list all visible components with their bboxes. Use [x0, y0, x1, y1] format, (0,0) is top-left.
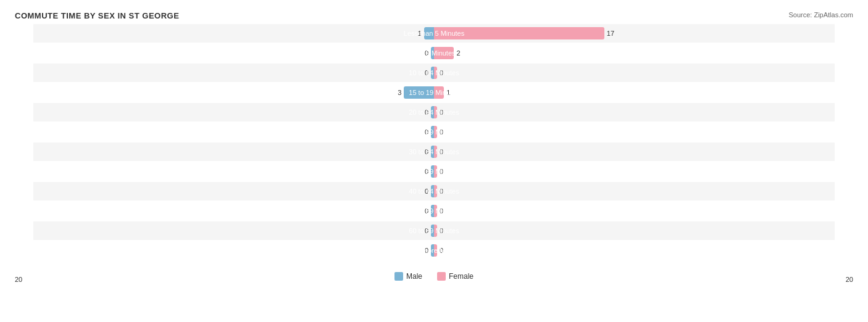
female-bar: [434, 86, 444, 99]
chart-area: 1Less than 5 Minutes1705 to 9 Minutes201…: [15, 24, 853, 283]
chart-row: 045 to 59 Minutes0: [33, 202, 835, 220]
right-section: 0: [434, 241, 835, 260]
female-bar: [434, 225, 437, 237]
female-bar: [434, 205, 437, 217]
female-value: 0: [440, 168, 449, 175]
female-bar: [434, 106, 437, 118]
left-section: 0: [33, 162, 434, 181]
female-bar: [434, 67, 437, 79]
female-value: 0: [440, 207, 449, 215]
female-bar: [434, 244, 437, 257]
chart-row: 025 to 29 Minutes0: [33, 123, 835, 141]
female-value: 0: [440, 69, 449, 76]
female-value: 2: [456, 49, 466, 57]
left-section: 0: [33, 123, 434, 141]
chart-row: 020 to 24 Minutes0: [33, 103, 835, 122]
male-value: 0: [419, 188, 428, 195]
axis-max-label: 20: [846, 276, 853, 283]
left-section: 0: [33, 103, 434, 122]
male-value: 0: [419, 49, 428, 57]
legend-female-box: [437, 272, 446, 281]
female-bar: [434, 165, 437, 178]
left-section: 0: [33, 64, 434, 82]
right-section: 0: [434, 162, 835, 181]
legend-female-label: Female: [449, 272, 474, 281]
legend-male: Male: [394, 272, 422, 281]
right-section: 0: [434, 103, 835, 122]
female-value: 0: [440, 128, 449, 136]
male-value: 0: [419, 148, 428, 155]
male-value: 0: [419, 69, 428, 76]
male-value: 0: [419, 168, 428, 175]
chart-container: COMMUTE TIME BY SEX IN ST GEORGE Source:…: [0, 0, 868, 322]
right-section: 0: [434, 64, 835, 82]
female-bar: [434, 27, 604, 39]
female-value: 0: [440, 247, 449, 254]
chart-row: 010 to 14 Minutes0: [33, 64, 835, 82]
right-section: 1: [434, 83, 835, 102]
left-section: 0: [33, 241, 434, 260]
chart-title: COMMUTE TIME BY SEX IN ST GEORGE: [15, 11, 853, 20]
female-bar: [434, 126, 437, 138]
legend: Male Female: [394, 272, 474, 281]
chart-row: 090 or more Minutes0: [33, 241, 835, 260]
left-section: 0: [33, 142, 434, 161]
male-bar: [404, 86, 434, 99]
left-section: 0: [33, 182, 434, 200]
male-value: 1: [412, 30, 422, 37]
chart-row: 1Less than 5 Minutes17: [33, 24, 835, 43]
left-section: 0: [33, 221, 434, 240]
male-bar: [424, 27, 434, 39]
right-section: 0: [434, 123, 835, 141]
right-section: 2: [434, 44, 835, 62]
chart-row: 315 to 19 Minutes1: [33, 83, 835, 102]
right-section: 0: [434, 142, 835, 161]
male-value: 0: [419, 247, 428, 254]
male-value: 0: [419, 109, 428, 116]
male-value: 3: [391, 89, 401, 96]
female-value: 0: [440, 227, 449, 234]
chart-row: 060 to 89 Minutes0: [33, 221, 835, 240]
female-value: 0: [440, 148, 449, 155]
female-value: 0: [440, 109, 449, 116]
legend-male-box: [394, 272, 403, 281]
female-bar: [434, 185, 437, 197]
right-section: 0: [434, 182, 835, 200]
left-section: 1: [33, 24, 434, 43]
right-section: 0: [434, 202, 835, 220]
chart-row: 040 to 44 Minutes0: [33, 182, 835, 200]
male-value: 0: [419, 227, 428, 234]
male-value: 0: [419, 128, 428, 136]
left-section: 3: [33, 83, 434, 102]
axis-min-label: 20: [15, 276, 22, 283]
female-bar: [434, 47, 454, 59]
legend-female: Female: [437, 272, 474, 281]
chart-row: 05 to 9 Minutes2: [33, 44, 835, 62]
legend-male-label: Male: [406, 272, 422, 281]
source-label: Source: ZipAtlas.com: [788, 11, 853, 19]
bars-area: 1Less than 5 Minutes1705 to 9 Minutes201…: [33, 24, 835, 266]
female-value: 1: [446, 89, 456, 96]
chart-row: 035 to 39 Minutes0: [33, 162, 835, 181]
female-bar: [434, 146, 437, 158]
male-value: 0: [419, 207, 428, 215]
right-section: 0: [434, 221, 835, 240]
left-section: 0: [33, 44, 434, 62]
female-value: 17: [607, 30, 617, 37]
left-section: 0: [33, 202, 434, 220]
right-section: 17: [434, 24, 835, 43]
chart-row: 030 to 34 Minutes0: [33, 142, 835, 161]
female-value: 0: [440, 188, 449, 195]
